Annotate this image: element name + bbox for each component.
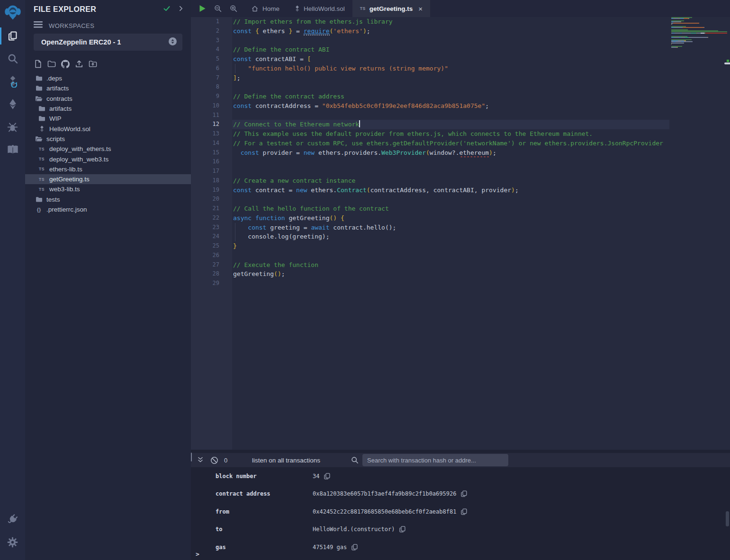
code-line-22: 22async function getGreeting() { xyxy=(191,213,669,223)
solidity-compiler-icon[interactable] xyxy=(0,70,25,93)
tree-item-getgreeting-ts[interactable]: TSgetGreeting.ts xyxy=(25,174,191,184)
copy-icon[interactable] xyxy=(461,490,467,497)
pending-tx-count: 0 xyxy=(224,453,227,467)
search-icon[interactable] xyxy=(0,47,25,70)
tree-item-scripts[interactable]: scripts xyxy=(25,134,191,144)
tab-helloworld-sol[interactable]: HelloWorld.sol xyxy=(287,0,352,17)
line-number: 26 xyxy=(191,251,232,260)
line-number: 25 xyxy=(191,241,232,251)
github-icon[interactable] xyxy=(61,59,70,69)
code-line-20: 20 xyxy=(191,195,669,204)
tree-item-artifacts[interactable]: artifacts xyxy=(25,104,191,114)
tree-item-label: deploy_with_ethers.ts xyxy=(49,145,111,152)
terminal-prompt[interactable]: > xyxy=(196,551,199,558)
debugger-icon[interactable] xyxy=(0,116,25,138)
copy-icon[interactable] xyxy=(461,508,467,515)
tree-item-artifacts[interactable]: artifacts xyxy=(25,83,191,93)
minimap-line xyxy=(671,33,705,34)
code-line-content: // Define the contract ABI xyxy=(232,45,669,54)
tx-detail-row: toHelloWorld.(constructor) xyxy=(191,521,730,539)
tab-label: getGreeting.ts xyxy=(370,5,413,12)
code-line-content: // Call the hello function of the contra… xyxy=(232,204,669,213)
clear-console-icon[interactable] xyxy=(210,453,218,467)
json-file-icon: {} xyxy=(35,207,43,213)
line-number: 1 xyxy=(191,17,232,27)
code-line-3: 3 xyxy=(191,36,669,45)
learneth-icon[interactable] xyxy=(0,138,25,161)
settings-icon[interactable] xyxy=(0,531,25,553)
tab-home[interactable]: Home xyxy=(243,0,287,17)
copy-icon[interactable] xyxy=(324,473,330,480)
deploy-run-icon[interactable] xyxy=(0,93,25,116)
typescript-file-icon: TS xyxy=(38,147,45,151)
tree-item-label: artifacts xyxy=(49,105,72,112)
zoom-in-icon[interactable] xyxy=(230,5,237,12)
collapse-panel-chevron-icon[interactable] xyxy=(178,5,184,14)
tree-item-wip[interactable]: WIP xyxy=(25,114,191,124)
code-line-24: 24 console.log(greeting); xyxy=(191,232,669,241)
plugin-manager-icon[interactable] xyxy=(0,508,25,531)
code-region[interactable]: 1// Import ethers from the ethers.js lib… xyxy=(191,17,730,450)
code-line-content xyxy=(232,195,669,204)
tree-item-label: scripts xyxy=(46,135,65,142)
tree-item-deploy-with-web3-ts[interactable]: TSdeploy_with_web3.ts xyxy=(25,154,191,164)
workspace-dropdown[interactable]: OpenZeppelin ERC20 - 1 xyxy=(34,34,182,51)
minimap[interactable] xyxy=(671,17,729,51)
tree-item--prettierrc-json[interactable]: {}.prettierrc.json xyxy=(25,204,191,214)
tab-label: HelloWorld.sol xyxy=(304,5,345,12)
tab-getgreeting-ts[interactable]: TSgetGreeting.ts× xyxy=(352,0,430,17)
tree-item-ethers-lib-ts[interactable]: TSethers-lib.ts xyxy=(25,164,191,174)
code-line-23: 23 const greeting = await contract.hello… xyxy=(191,223,669,232)
terminal-scrollbar-thumb[interactable] xyxy=(726,511,729,526)
code-line-28: 28getGreeting(); xyxy=(191,269,669,279)
tx-detail-row: gas475149 gas xyxy=(191,538,730,556)
file-explorer-icon[interactable] xyxy=(0,25,25,47)
tree-item-deploy-with-ethers-ts[interactable]: TSdeploy_with_ethers.ts xyxy=(25,144,191,154)
line-number: 29 xyxy=(191,279,232,288)
tree-item-label: web3-lib.ts xyxy=(49,186,80,193)
code-line-content: "function hello() public view returns (s… xyxy=(232,64,669,73)
line-number: 13 xyxy=(191,129,232,139)
tree-item-helloworld-sol[interactable]: HelloWorld.sol xyxy=(25,124,191,133)
tx-detail-value: 0x42452c22c88178685850e68beb6cf0f2aeab8f… xyxy=(313,508,467,515)
tree-item-label: ethers-lib.ts xyxy=(49,166,82,173)
code-line-29: 29 xyxy=(191,279,669,288)
tree-item-label: deploy_with_web3.ts xyxy=(49,156,108,163)
tx-detail-value-text: 475149 gas xyxy=(313,544,347,551)
code-line-content xyxy=(232,251,669,260)
tree-item-web3-lib-ts[interactable]: TSweb3-lib.ts xyxy=(25,184,191,194)
text-cursor xyxy=(359,120,360,127)
tree-item-contracts[interactable]: contracts xyxy=(25,94,191,104)
ts-icon: TS xyxy=(360,6,366,11)
copy-icon[interactable] xyxy=(399,526,406,533)
tree-item-tests[interactable]: tests xyxy=(25,195,191,204)
copy-icon[interactable] xyxy=(351,544,358,551)
line-number: 18 xyxy=(191,176,232,186)
minimap-line xyxy=(671,37,708,38)
code-line-6: 6 "function hello() public view returns … xyxy=(191,64,669,73)
hamburger-menu-icon[interactable] xyxy=(34,21,43,30)
folder-icon xyxy=(35,75,43,81)
tree-item-label: WIP xyxy=(49,115,62,122)
run-script-button[interactable] xyxy=(199,5,206,12)
listen-transactions-checkbox[interactable] xyxy=(191,453,192,462)
new-file-icon[interactable] xyxy=(34,59,42,69)
terminal-collapse-icon[interactable] xyxy=(197,453,204,467)
code-line-21: 21// Call the hello function of the cont… xyxy=(191,204,669,213)
remix-logo-icon[interactable] xyxy=(0,0,25,25)
code-line-content: } xyxy=(232,241,669,251)
code-line-content: // Connect to the Ethereum network xyxy=(232,120,669,129)
tx-detail-value-text: HelloWorld.(constructor) xyxy=(313,526,395,533)
tree-item--deps[interactable]: .deps xyxy=(25,73,191,83)
zoom-out-icon[interactable] xyxy=(214,5,222,12)
tx-detail-key: block number xyxy=(216,473,313,480)
upload-folder-icon[interactable] xyxy=(89,59,97,69)
editor-scrollbar-thumb[interactable] xyxy=(724,62,730,64)
close-tab-icon[interactable]: × xyxy=(418,5,423,13)
line-number: 28 xyxy=(191,269,232,279)
terminal-search-input[interactable] xyxy=(362,454,508,466)
folder-open-icon xyxy=(35,136,43,142)
upload-file-icon[interactable] xyxy=(75,59,83,69)
line-number: 22 xyxy=(191,213,232,223)
new-folder-icon[interactable] xyxy=(47,59,56,69)
